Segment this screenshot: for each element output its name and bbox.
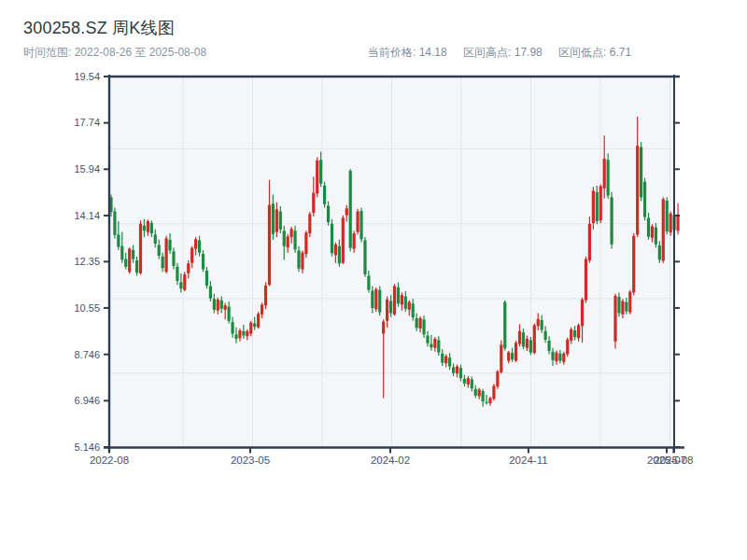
x-tick-label: 2022-08 [90, 455, 129, 466]
y-tick-label: 15.94 [74, 163, 100, 175]
y-tick-label: 6.946 [74, 395, 100, 406]
y-tick-label: 19.54 [74, 71, 100, 82]
x-tick-label: 2025-08 [654, 455, 693, 466]
x-tick-label: 2023-05 [231, 455, 270, 466]
y-tick-label: 8.746 [74, 349, 100, 360]
x-tick-label: 2024-02 [371, 455, 410, 466]
current-price-label: 当前价格: 14.18 [368, 46, 447, 59]
y-tick-label: 17.74 [74, 117, 100, 128]
y-tick-label: 14.14 [74, 210, 100, 221]
y-tick-label: 5.146 [74, 441, 100, 453]
range-low-label: 区间低点: 6.71 [558, 46, 631, 59]
x-tick-label: 2024-11 [509, 455, 547, 466]
page-title: 300258.SZ 周K线图 [23, 17, 175, 39]
y-tick-label: 12.35 [74, 256, 100, 267]
kline-chart: 19.5417.7415.9414.1412.3510.558.7466.946… [0, 0, 747, 560]
price-info-line: 当前价格: 14.18 区间高点: 17.98 区间低点: 6.71 [368, 45, 644, 61]
date-range-label: 时间范围: 2022-08-26 至 2025-08-08 [23, 45, 206, 61]
kline-chart-container: 19.5417.7415.9414.1412.3510.558.7466.946… [0, 0, 747, 560]
sub-header-row: 时间范围: 2022-08-26 至 2025-08-08 当前价格: 14.1… [0, 45, 747, 62]
range-high-label: 区间高点: 17.98 [463, 46, 543, 59]
y-tick-label: 10.55 [74, 302, 100, 314]
